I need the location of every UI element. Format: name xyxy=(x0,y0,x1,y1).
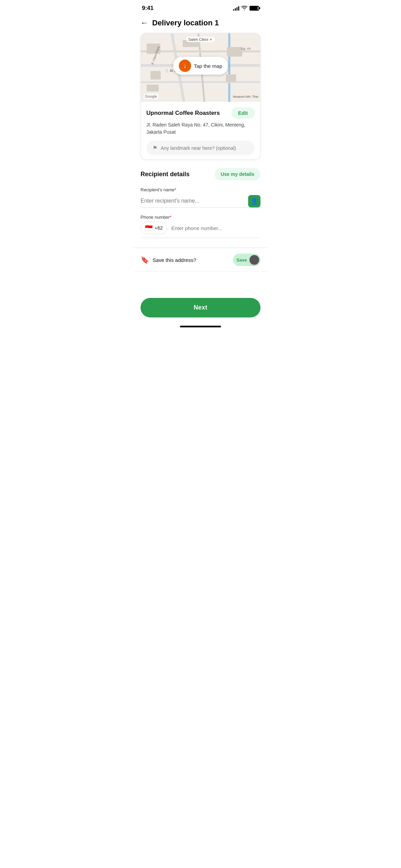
wifi-icon xyxy=(241,6,247,11)
name-field-label: Recipient's name* xyxy=(141,187,260,192)
status-bar: 9:41 xyxy=(134,0,267,14)
landmark-input-wrap[interactable]: ⚑ xyxy=(146,141,255,155)
google-watermark: Google xyxy=(144,94,158,99)
save-address-left: 🔖 Save this address? xyxy=(141,256,196,264)
recipient-title: Recipient details xyxy=(141,171,190,178)
person-icon: 👤 xyxy=(251,197,258,205)
edit-button[interactable]: Edit xyxy=(231,107,255,119)
next-button[interactable]: Next xyxy=(141,298,260,317)
home-indicator-bar xyxy=(180,326,221,327)
use-my-details-button[interactable]: Use my details xyxy=(215,168,260,180)
person-icon-button[interactable]: 👤 xyxy=(248,195,260,207)
map-label-gg: Gg. VII xyxy=(241,47,251,50)
phone-field-group: Phone number* 🇮🇩 +62 xyxy=(141,215,260,238)
recipient-section: Recipient details Use my details Recipie… xyxy=(134,160,267,238)
phone-input-row: 🇮🇩 +62 xyxy=(141,222,260,238)
phone-number-input[interactable] xyxy=(171,225,260,231)
flag-icon: ⚑ xyxy=(153,145,157,151)
battery-icon xyxy=(250,6,259,11)
location-card: Saleh Cikini ▼ Gg. VII 🍴 Al Jazeerah Cik… xyxy=(141,33,260,160)
location-name: Upnormal Coffee Roasters xyxy=(146,110,220,117)
toggle-knob xyxy=(250,255,259,265)
location-info: Upnormal Coffee Roasters Edit Jl. Raden … xyxy=(141,102,260,159)
status-time: 9:41 xyxy=(142,5,154,12)
download-arrow-icon: ↓ xyxy=(179,60,191,72)
save-address-row: 🔖 Save this address? Save xyxy=(134,248,267,272)
save-address-text: Save this address? xyxy=(153,257,196,263)
save-address-toggle[interactable]: Save xyxy=(233,254,260,266)
flag-id-icon: 🇮🇩 xyxy=(145,224,153,232)
phone-field-label: Phone number* xyxy=(141,215,260,220)
signal-icon xyxy=(233,6,239,11)
map-label-museum: Museum MH. Thar xyxy=(233,95,258,98)
location-address: Jl. Raden Saleh Raya No. 47, Cikini, Men… xyxy=(146,121,255,136)
back-button[interactable]: ← xyxy=(141,19,148,27)
next-button-wrap: Next xyxy=(134,292,267,326)
toggle-label: Save xyxy=(236,257,247,263)
home-indicator xyxy=(134,326,267,331)
name-field-group: Recipient's name* 👤 xyxy=(141,187,260,208)
bookmark-icon: 🔖 xyxy=(141,256,149,264)
map-area[interactable]: Saleh Cikini ▼ Gg. VII 🍴 Al Jazeerah Cik… xyxy=(141,33,260,102)
location-name-row: Upnormal Coffee Roasters Edit xyxy=(146,107,255,119)
tap-map-button[interactable]: ↓ Tap the map xyxy=(173,57,228,75)
page-title: Delivery location 1 xyxy=(152,19,219,27)
country-code-button[interactable]: 🇮🇩 +62 xyxy=(141,222,167,234)
page-header: ← Delivery location 1 xyxy=(134,14,267,33)
tap-map-label: Tap the map xyxy=(194,63,222,69)
landmark-input[interactable] xyxy=(161,145,248,151)
name-field-wrap: 👤 xyxy=(141,194,260,208)
map-label-saleh: Saleh Cikini ▼ xyxy=(186,37,215,42)
recipient-header: Recipient details Use my details xyxy=(141,168,260,180)
status-icons xyxy=(233,6,259,11)
country-code-label: +62 xyxy=(155,225,163,231)
bottom-spacer xyxy=(134,272,267,292)
recipient-name-input[interactable] xyxy=(141,194,260,208)
